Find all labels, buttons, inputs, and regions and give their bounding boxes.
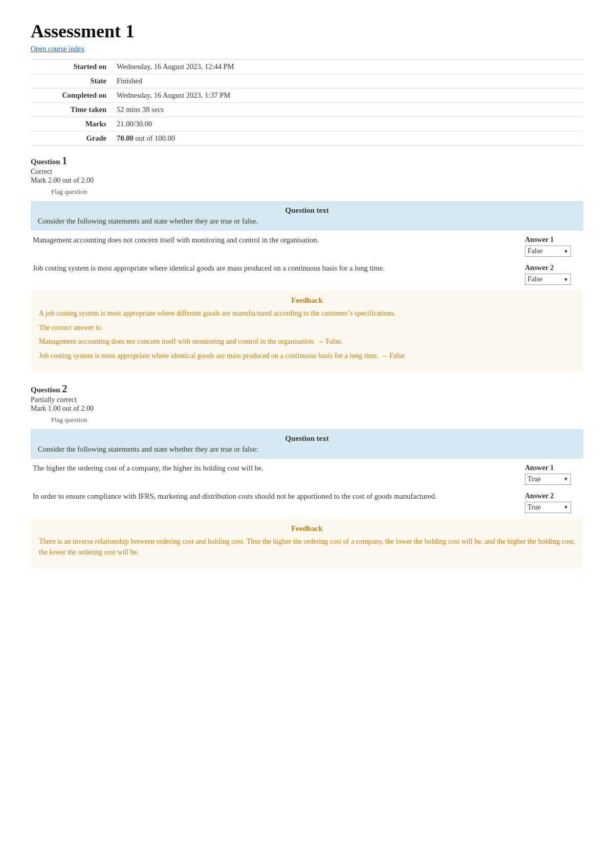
answer-row-q1-a1: Management accounting does not concern i… bbox=[33, 236, 581, 257]
info-label-2: Completed on bbox=[31, 88, 113, 103]
question-text-box-2: Question text Consider the following sta… bbox=[31, 429, 583, 459]
feedback-title-2: Feedback bbox=[39, 524, 575, 533]
answer-row-q2-a1: The higher the ordering cost of a compan… bbox=[33, 464, 581, 485]
answer-value-q2-a1: True bbox=[528, 475, 541, 483]
statement-q1-a2: Job costing system is most appropriate w… bbox=[33, 264, 515, 273]
answer-area-1: Management accounting does not concern i… bbox=[31, 236, 583, 285]
dropdown-arrow: ▼ bbox=[563, 249, 568, 254]
dropdown-arrow: ▼ bbox=[563, 504, 568, 510]
info-label-0: Started on bbox=[31, 60, 113, 74]
info-value-1: Finished bbox=[113, 74, 583, 88]
feedback-box-1: FeedbackA job costing system is most app… bbox=[31, 290, 583, 371]
question-mark-2: Mark 1.00 out of 2.00 bbox=[31, 405, 583, 413]
statement-q2-a2: In order to ensure compliance with IFRS,… bbox=[33, 492, 515, 501]
dropdown-arrow: ▼ bbox=[563, 476, 568, 482]
answer-row-q1-a2: Job costing system is most appropriate w… bbox=[33, 264, 581, 285]
qt-body-2: Consider the following statements and st… bbox=[38, 445, 576, 454]
question-header-1: Question 1 bbox=[31, 155, 583, 167]
info-label-1: State bbox=[31, 74, 113, 88]
answer-select-q2-a2[interactable]: True▼ bbox=[525, 502, 571, 513]
statement-q2-a1: The higher the ordering cost of a compan… bbox=[33, 464, 515, 473]
answer-value-q1-a1: False bbox=[528, 247, 543, 255]
flag-question-2[interactable]: Flag question bbox=[51, 416, 583, 424]
question-text-box-1: Question text Consider the following sta… bbox=[31, 201, 583, 231]
answer-value-q2-a2: True bbox=[528, 503, 541, 511]
page-title: Assessment 1 bbox=[31, 20, 583, 42]
feedback-line-q1-3: Management accounting does not concern i… bbox=[39, 336, 575, 347]
feedback-line-q1-2: The correct answer is: bbox=[39, 322, 575, 333]
feedback-line-q1-1: A job costing system is most appropriate… bbox=[39, 308, 575, 319]
answer-select-q2-a1[interactable]: True▼ bbox=[525, 474, 571, 485]
answer-select-q1-a2[interactable]: False▼ bbox=[525, 274, 571, 285]
feedback-box-2: FeedbackThere is an inverse relationship… bbox=[31, 518, 583, 567]
answer-col-q2-a1: Answer 1True▼ bbox=[525, 464, 581, 485]
qt-header-2: Question text bbox=[38, 434, 576, 443]
question-header-2: Question 2 bbox=[31, 383, 583, 395]
question-mark-1: Mark 2.00 out of 2.00 bbox=[31, 176, 583, 185]
answer-row-q2-a2: In order to ensure compliance with IFRS,… bbox=[33, 492, 581, 513]
info-label-3: Time taken bbox=[31, 103, 113, 117]
answer-label-q2-a1: Answer 1 bbox=[525, 464, 554, 472]
qt-header-1: Question text bbox=[38, 206, 576, 215]
question-block-2: Question 2Partially correctMark 1.00 out… bbox=[31, 383, 583, 567]
info-value-0: Wednesday, 16 August 2023, 12:44 PM bbox=[113, 60, 583, 74]
answer-value-q1-a2: False bbox=[528, 275, 543, 283]
info-value-5: 70.00 out of 100.00 bbox=[113, 131, 583, 146]
question-label-2: Question 2 bbox=[31, 386, 67, 394]
dropdown-arrow: ▼ bbox=[563, 277, 568, 282]
answer-label-q1-a2: Answer 2 bbox=[525, 264, 554, 272]
feedback-line-q1-4: Job costing system is most appropriate w… bbox=[39, 350, 575, 362]
answer-select-q1-a1[interactable]: False▼ bbox=[525, 246, 571, 257]
flag-question-1[interactable]: Flag question bbox=[51, 188, 583, 196]
answer-col-q2-a2: Answer 2True▼ bbox=[525, 492, 581, 513]
feedback-title-1: Feedback bbox=[39, 296, 575, 305]
info-table: Started onWednesday, 16 August 2023, 12:… bbox=[31, 59, 583, 146]
info-label-4: Marks bbox=[31, 117, 113, 131]
feedback-line-q2-1: There is an inverse relationship between… bbox=[39, 536, 575, 558]
info-value-4: 21.00/30.00 bbox=[113, 117, 583, 131]
answer-col-q1-a1: Answer 1False▼ bbox=[525, 236, 581, 257]
statement-q1-a1: Management accounting does not concern i… bbox=[33, 236, 515, 244]
question-status-1: Correct bbox=[31, 168, 583, 176]
info-label-5: Grade bbox=[31, 131, 113, 146]
question-block-1: Question 1CorrectMark 2.00 out of 2.00Fl… bbox=[31, 155, 583, 371]
course-index-link[interactable]: Open course index bbox=[31, 45, 583, 53]
info-value-3: 52 mins 38 secs bbox=[113, 103, 583, 117]
info-value-2: Wednesday, 16 August 2023, 1:37 PM bbox=[113, 88, 583, 103]
feedback-body-1: A job costing system is most appropriate… bbox=[39, 308, 575, 362]
answer-label-q2-a2: Answer 2 bbox=[525, 492, 554, 500]
feedback-body-2: There is an inverse relationship between… bbox=[39, 536, 575, 558]
answer-label-q1-a1: Answer 1 bbox=[525, 236, 554, 244]
answer-area-2: The higher the ordering cost of a compan… bbox=[31, 464, 583, 513]
answer-col-q1-a2: Answer 2False▼ bbox=[525, 264, 581, 285]
qt-body-1: Consider the following statements and st… bbox=[38, 217, 576, 226]
question-label-1: Question 1 bbox=[31, 158, 67, 166]
question-status-2: Partially correct bbox=[31, 396, 583, 404]
